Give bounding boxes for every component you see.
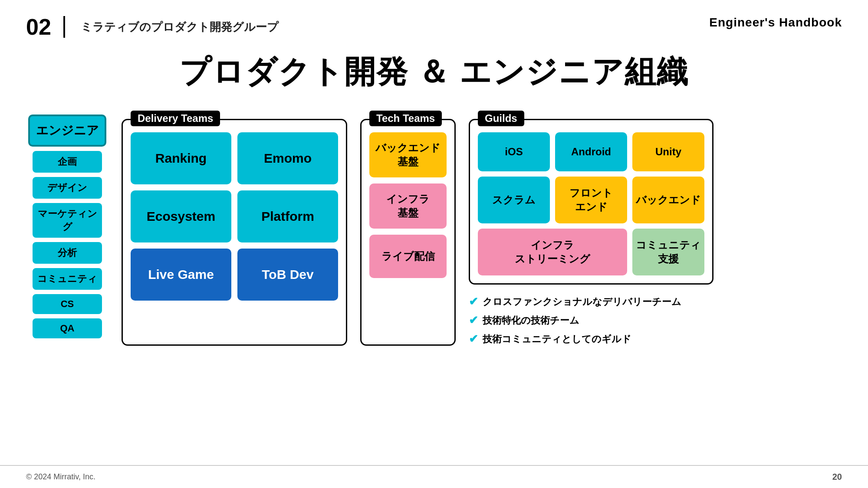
- header-left: 02 ミラティブのプロダクト開発グループ: [26, 16, 279, 38]
- tech-cell-live: ライブ配信: [369, 235, 447, 278]
- engineer-main-box: エンジニア: [28, 115, 106, 147]
- footer: © 2024 Mirrativ, Inc. 20: [0, 465, 868, 488]
- check-icon-3: ✔: [469, 332, 478, 346]
- engineer-item: CS: [33, 294, 102, 314]
- check-text-3: 技術コミュニティとしてのギルド: [483, 333, 631, 346]
- tech-cell-infra: インフラ 基盤: [369, 183, 447, 229]
- tech-cell-backend: バックエンド 基盤: [369, 132, 447, 177]
- engineer-item: コミュニティ: [33, 268, 102, 290]
- guild-cell-scrum: スクラム: [478, 177, 550, 223]
- guild-cell-community: コミュニティ 支援: [632, 229, 704, 275]
- delivery-teams-section: Delivery Teams Ranking Emomo Ecosystem P…: [122, 119, 347, 346]
- delivery-cell-platform: Platform: [237, 190, 338, 242]
- check-item-1: ✔ クロスファンクショナルなデリバリーチーム: [469, 295, 713, 308]
- check-icon-1: ✔: [469, 295, 478, 308]
- engineer-item: 分析: [33, 242, 102, 264]
- delivery-cell-ranking: Ranking: [131, 132, 231, 184]
- guilds-column: Guilds iOS Android Unity スクラム フロント エンド バ…: [469, 115, 713, 346]
- content-area: エンジニア 企画 デザイン マーケティング 分析 コミュニティ CS QA De…: [0, 97, 868, 346]
- engineer-item: 企画: [33, 151, 102, 173]
- tech-teams-section: Tech Teams バックエンド 基盤 インフラ 基盤 ライブ配信: [360, 119, 456, 346]
- check-list: ✔ クロスファンクショナルなデリバリーチーム ✔ 技術特化の技術チーム ✔ 技術…: [469, 295, 713, 346]
- engineer-item: QA: [33, 318, 102, 338]
- engineer-item: デザイン: [33, 177, 102, 199]
- header-brand: Engineer's Handbook: [709, 16, 842, 29]
- footer-copyright: © 2024 Mirrativ, Inc.: [26, 472, 95, 481]
- delivery-cell-tobdev: ToB Dev: [237, 249, 338, 301]
- header-subtitle: ミラティブのプロダクト開発グループ: [81, 20, 279, 35]
- main-title: プロダクト開発 ＆ エンジニア組織: [0, 51, 868, 93]
- delivery-cell-ecosystem: Ecosystem: [131, 190, 231, 242]
- delivery-cell-livegame: Live Game: [131, 249, 231, 301]
- guild-cell-infra-streaming: インフラ ストリーミング: [478, 229, 627, 275]
- check-icon-2: ✔: [469, 314, 478, 327]
- footer-page: 20: [832, 472, 842, 482]
- check-text-2: 技術特化の技術チーム: [483, 314, 579, 327]
- check-item-3: ✔ 技術コミュニティとしてのギルド: [469, 332, 713, 346]
- check-item-2: ✔ 技術特化の技術チーム: [469, 314, 713, 327]
- guild-cell-backend: バックエンド: [632, 177, 704, 223]
- guilds-label: Guilds: [478, 111, 524, 126]
- guilds-grid: iOS Android Unity スクラム フロント エンド バックエンド イ…: [478, 132, 704, 275]
- check-text-1: クロスファンクショナルなデリバリーチーム: [483, 295, 681, 308]
- engineer-item: マーケティング: [33, 203, 102, 238]
- header-divider: [63, 16, 65, 38]
- guild-cell-android: Android: [555, 132, 627, 171]
- tech-teams-label: Tech Teams: [369, 111, 442, 126]
- engineer-column: エンジニア 企画 デザイン マーケティング 分析 コミュニティ CS QA: [26, 115, 108, 346]
- guilds-section: Guilds iOS Android Unity スクラム フロント エンド バ…: [469, 119, 713, 285]
- delivery-teams-label: Delivery Teams: [131, 111, 220, 126]
- delivery-cell-emomo: Emomo: [237, 132, 338, 184]
- guild-cell-unity: Unity: [632, 132, 704, 171]
- tech-grid: バックエンド 基盤 インフラ 基盤 ライブ配信: [369, 132, 447, 278]
- header: 02 ミラティブのプロダクト開発グループ Engineer's Handbook: [0, 0, 868, 38]
- page-number: 02: [26, 16, 51, 38]
- guild-cell-ios: iOS: [478, 132, 550, 171]
- delivery-grid: Ranking Emomo Ecosystem Platform Live Ga…: [131, 132, 338, 301]
- guild-cell-frontend: フロント エンド: [555, 177, 627, 223]
